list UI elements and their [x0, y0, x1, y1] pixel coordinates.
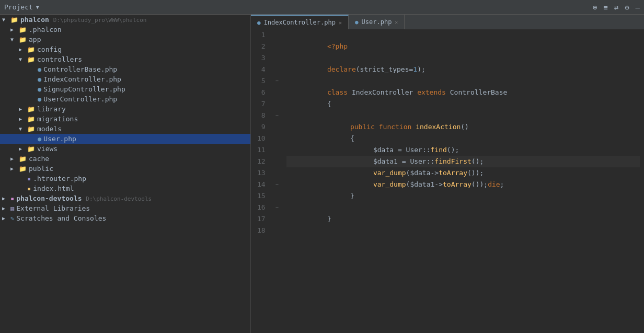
php-file-icon: ▪	[27, 175, 31, 182]
settings-icon[interactable]: ⚙	[625, 3, 629, 12]
fold-icon-14[interactable]: −	[275, 179, 279, 190]
php-tab-icon: ●	[257, 19, 261, 26]
list-icon[interactable]: ≡	[603, 3, 607, 12]
sidebar: ▼ 📁 phalcon D:\phpstudy_pro\WWW\phalcon …	[0, 15, 251, 333]
tree-item-indexcontroller[interactable]: ● IndexController.php	[0, 74, 250, 84]
code-line-5: class IndexController extends Controller…	[286, 75, 640, 87]
tree-item-userphp[interactable]: ● User.php	[0, 134, 250, 144]
tree-item-controllerbase[interactable]: ● ControllerBase.php	[0, 64, 250, 74]
code-line-18	[286, 225, 640, 236]
transfer-icon[interactable]: ⇄	[614, 3, 618, 12]
expand-arrow[interactable]: ▶	[19, 146, 27, 152]
tree-item-views[interactable]: ▶ 📁 views	[0, 144, 250, 154]
code-line-3: declare(strict_types=1);	[286, 52, 640, 64]
php-file-icon: ●	[38, 135, 41, 143]
tree-item-public[interactable]: ▶ 📁 public	[0, 164, 250, 174]
tree-item-htrouter[interactable]: ▪ .htrouter.php	[0, 174, 250, 183]
tree-item-migrations[interactable]: ▶ 📁 migrations	[0, 114, 250, 124]
fold-icon-16[interactable]: −	[275, 202, 279, 213]
tab-close-indexcontroller[interactable]: ✕	[339, 20, 342, 26]
collapse-arrow[interactable]: ▼	[19, 126, 27, 132]
collapse-arrow[interactable]: ▼	[10, 37, 19, 42]
tree-item-controllers[interactable]: ▼ 📁 controllers	[0, 54, 250, 64]
devtools-icon: ▪	[10, 195, 14, 202]
fold-icon-5[interactable]: −	[275, 75, 279, 87]
folder-icon: 📁	[10, 16, 18, 24]
expand-arrow[interactable]: ▶	[10, 27, 19, 32]
add-icon[interactable]: ⊕	[593, 3, 597, 12]
folder-icon: 📁	[19, 26, 27, 33]
php-file-icon: ●	[38, 66, 41, 73]
tree-item-app[interactable]: ▼ 📁 app	[0, 35, 250, 44]
title-bar-left: Project ▼	[4, 3, 39, 11]
tree-item-models[interactable]: ▼ 📁 models	[0, 124, 250, 134]
folder-icon: 📁	[27, 46, 35, 53]
libs-icon: ▦	[10, 205, 14, 212]
scratches-icon: ✎	[10, 215, 14, 222]
project-dropdown-icon[interactable]: ▼	[36, 4, 39, 10]
tab-label-indexcontroller: IndexController.php	[264, 19, 336, 26]
tab-indexcontroller[interactable]: ● IndexController.php ✕	[251, 15, 349, 29]
code-line-17	[286, 213, 640, 225]
code-line-16: }	[286, 202, 640, 213]
code-line-1: <?php	[286, 29, 640, 41]
code-line-8: public function indexAction()	[286, 110, 640, 121]
collapse-arrow[interactable]: ▼	[2, 17, 10, 22]
tree-item-usercontroller[interactable]: ● UserController.php	[0, 94, 250, 104]
folder-icon: 📁	[27, 116, 35, 123]
fold-icon-8[interactable]: −	[275, 110, 279, 121]
tree-item-phalcon-root[interactable]: ▼ 📁 phalcon D:\phpstudy_pro\WWW\phalcon	[0, 15, 250, 25]
tab-label-user: User.php	[362, 18, 392, 26]
expand-arrow[interactable]: ▶	[2, 205, 10, 211]
tree-item-config[interactable]: ▶ 📁 config	[0, 44, 250, 54]
expand-arrow[interactable]: ▶	[2, 196, 10, 201]
minimize-icon[interactable]: —	[636, 3, 640, 12]
tree-item-scratches[interactable]: ▶ ✎ Scratches and Consoles	[0, 213, 250, 223]
tree-item-external-libs[interactable]: ▶ ▦ External Libraries	[0, 203, 250, 213]
folder-icon: 📁	[27, 125, 35, 133]
folder-icon: 📁	[27, 106, 35, 113]
title-bar-actions: ⊕ ≡ ⇄ ⚙ —	[593, 3, 640, 12]
folder-icon: 📁	[27, 56, 35, 63]
folder-icon: 📁	[19, 36, 27, 43]
expand-arrow[interactable]: ▶	[19, 47, 27, 52]
editor-area: ● IndexController.php ✕ ● User.php ✕ 123…	[251, 15, 644, 333]
expand-arrow[interactable]: ▶	[19, 116, 27, 122]
tree-item-phalcon-devtools[interactable]: ▶ ▪ phalcon-devtools D:\phalcon-devtools	[0, 193, 250, 203]
expand-arrow[interactable]: ▶	[10, 156, 19, 162]
main-layout: ▼ 📁 phalcon D:\phpstudy_pro\WWW\phalcon …	[0, 15, 644, 333]
php-file-icon: ●	[38, 96, 41, 103]
php-open-tag: <?php	[327, 42, 348, 50]
folder-icon: 📁	[19, 155, 27, 163]
tab-user[interactable]: ● User.php ✕	[349, 15, 405, 29]
folder-icon: 📁	[19, 165, 27, 173]
collapse-arrow[interactable]: ▼	[19, 56, 27, 62]
gutter: − − − −	[272, 29, 282, 333]
php-file-icon: ●	[38, 76, 41, 83]
code-editor[interactable]: 1234 5678 9101112 13141516 1718 − −	[251, 29, 644, 333]
tree-item-cache[interactable]: ▶ 📁 cache	[0, 154, 250, 164]
php-file-icon: ●	[38, 86, 41, 93]
html-file-icon: ▪	[27, 185, 31, 192]
title-bar: Project ▼ ⊕ ≡ ⇄ ⚙ —	[0, 0, 644, 15]
tab-bar: ● IndexController.php ✕ ● User.php ✕	[251, 15, 644, 29]
expand-arrow[interactable]: ▶	[2, 215, 10, 221]
tree-item-signupcontroller[interactable]: ● SignupController.php	[0, 84, 250, 94]
line-numbers: 1234 5678 9101112 13141516 1718	[251, 29, 272, 333]
code-content: <?php declare(strict_types=1); class Ind…	[282, 29, 644, 333]
tab-close-user[interactable]: ✕	[395, 19, 398, 25]
expand-arrow[interactable]: ▶	[10, 166, 19, 171]
expand-arrow[interactable]: ▶	[19, 106, 27, 112]
folder-icon: 📁	[27, 145, 35, 153]
tree-item-phalcon-hidden[interactable]: ▶ 📁 .phalcon	[0, 25, 250, 35]
project-label: Project	[4, 3, 33, 11]
php-tab-icon: ●	[355, 19, 359, 26]
code-line-7	[286, 98, 640, 110]
tree-item-indexhtml[interactable]: ▪ index.html	[0, 183, 250, 193]
tree-item-library[interactable]: ▶ 📁 library	[0, 104, 250, 114]
